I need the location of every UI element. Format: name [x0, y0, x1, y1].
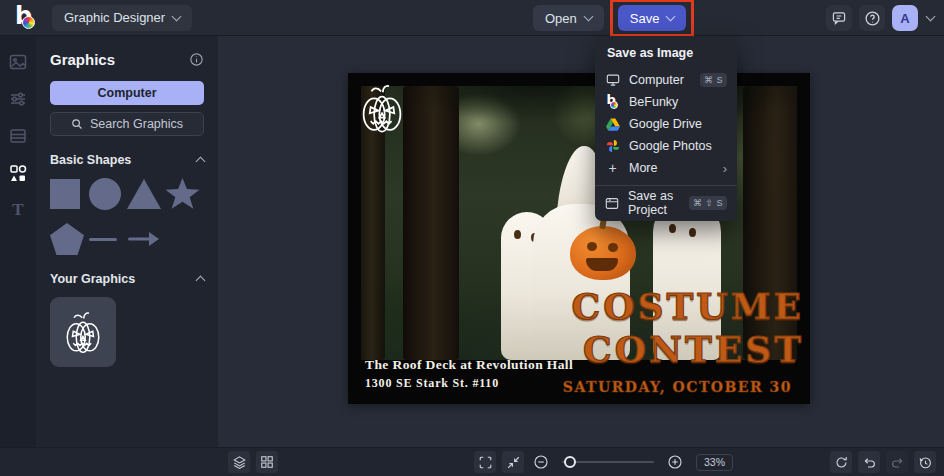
sliders-icon [8, 89, 28, 109]
bottom-bar: 33% [0, 447, 944, 476]
search-graphics-button[interactable]: Search Graphics [50, 112, 204, 136]
layout-icon [8, 126, 28, 146]
menu-item-save-as-project[interactable]: Save as Project ⌘ ⇧ S [595, 192, 737, 214]
zoom-out-button[interactable] [530, 451, 552, 473]
panel-title: Graphics [50, 51, 115, 68]
fit-screen-icon [506, 455, 521, 470]
file-actions: Open Save [533, 5, 686, 31]
text-tool-icon: T [12, 200, 23, 220]
plus-circle-icon [667, 454, 683, 470]
left-tool-rail: T [0, 36, 36, 447]
rail-item-templates[interactable] [3, 121, 33, 151]
shape-pentagon[interactable] [50, 223, 84, 255]
undo-icon [862, 455, 877, 470]
menu-item-more[interactable]: + More › [595, 157, 737, 179]
help-button[interactable] [859, 5, 885, 31]
shape-circle[interactable] [89, 178, 121, 210]
zoom-in-button[interactable] [664, 451, 686, 473]
app-mode-label: Graphic Designer [64, 10, 165, 25]
menu-item-google-photos[interactable]: Google Photos [595, 135, 737, 157]
rail-item-edit[interactable] [3, 84, 33, 114]
save-button[interactable]: Save [618, 5, 687, 31]
open-button[interactable]: Open [533, 5, 604, 31]
zoom-level-badge: 33% [696, 454, 733, 471]
reset-button[interactable] [830, 451, 852, 473]
app-mode-dropdown[interactable]: Graphic Designer [52, 5, 192, 31]
shape-arrow[interactable] [127, 223, 159, 255]
zoom-slider-handle[interactable] [564, 456, 576, 468]
rail-item-photo-manager[interactable] [3, 47, 33, 77]
menu-item-google-drive[interactable]: Google Drive [595, 113, 737, 135]
basic-shapes-section-header[interactable]: Basic Shapes [50, 153, 204, 167]
headline-text[interactable]: COSTUME CONTEST [572, 285, 804, 371]
top-bar: b Graphic Designer Open Save [0, 0, 944, 36]
shortcut-badge: ⌘ S [700, 73, 727, 87]
fullscreen-button[interactable] [474, 451, 496, 473]
menu-item-computer[interactable]: Computer ⌘ S [595, 69, 737, 91]
canvas-workspace[interactable]: COSTUME CONTEST SATURDAY, OCTOBER 30 The… [218, 36, 944, 447]
image-icon [8, 52, 28, 72]
computer-monitor-icon [605, 73, 620, 87]
carved-pumpkin [570, 226, 636, 280]
save-dropdown-menu: Save as Image Computer ⌘ S b BeFunky Goo… [595, 36, 737, 221]
save-project-icon [605, 197, 619, 210]
zoom-slider[interactable] [562, 451, 654, 473]
chevron-up-icon [196, 157, 206, 167]
rail-item-text[interactable]: T [3, 195, 33, 225]
chevron-down-icon [666, 12, 676, 22]
question-mark-icon [864, 10, 881, 27]
date-text[interactable]: SATURDAY, OCTOBER 30 [563, 379, 792, 395]
fit-to-screen-button[interactable] [502, 451, 524, 473]
jack-o-lantern-icon [354, 79, 410, 137]
fullscreen-icon [478, 455, 493, 470]
google-photos-icon [605, 139, 620, 153]
save-menu-header: Save as Image [595, 44, 737, 69]
chevron-down-icon[interactable] [926, 12, 936, 22]
chevron-down-icon [583, 12, 593, 22]
minus-circle-icon [533, 454, 549, 470]
venue-text[interactable]: The Roof Deck at Revolution Hall 1300 SE… [365, 357, 573, 391]
grid-icon [260, 455, 274, 469]
chevron-down-icon [172, 11, 182, 21]
graphics-panel: Graphics Computer Search Graphics Basic … [36, 36, 218, 447]
refresh-icon [834, 455, 849, 470]
history-clock-icon [918, 455, 933, 470]
shortcut-badge: ⌘ ⇧ S [689, 196, 727, 210]
basic-shapes-grid [50, 178, 204, 255]
menu-item-befunky[interactable]: b BeFunky [595, 91, 737, 113]
google-drive-icon [605, 118, 620, 131]
chat-icon [831, 10, 847, 26]
rail-item-graphics[interactable] [3, 158, 33, 188]
chevron-right-icon: › [723, 162, 727, 175]
plus-icon: + [605, 161, 620, 175]
top-bar-right: A [826, 5, 934, 31]
befunky-logo-icon[interactable]: b [15, 6, 37, 30]
layer-manager-button[interactable] [256, 451, 278, 473]
feedback-chat-button[interactable] [826, 5, 852, 31]
shape-line[interactable] [89, 238, 117, 241]
shape-triangle[interactable] [127, 179, 161, 209]
info-icon[interactable] [189, 52, 204, 67]
your-graphic-pumpkin-thumbnail[interactable] [50, 297, 116, 367]
shapes-icon [8, 163, 28, 183]
your-graphics-section-header[interactable]: Your Graphics [50, 272, 204, 286]
shape-star[interactable] [166, 178, 200, 210]
befunky-logo-icon: b [605, 96, 620, 109]
account-avatar[interactable]: A [892, 5, 918, 31]
chevron-up-icon [196, 276, 206, 286]
design-canvas[interactable]: COSTUME CONTEST SATURDAY, OCTOBER 30 The… [348, 73, 810, 404]
redo-icon [890, 455, 905, 470]
search-icon [71, 118, 83, 130]
jack-o-lantern-icon [59, 307, 107, 357]
history-button[interactable] [914, 451, 936, 473]
menu-divider [595, 185, 737, 186]
redo-button[interactable] [886, 451, 908, 473]
pumpkin-graphic-overlay[interactable] [354, 79, 410, 137]
save-button-wrapper: Save [618, 5, 687, 31]
layers-button[interactable] [228, 451, 250, 473]
layers-icon [232, 455, 247, 470]
shape-square[interactable] [50, 179, 80, 209]
undo-button[interactable] [858, 451, 880, 473]
upload-computer-button[interactable]: Computer [50, 81, 204, 105]
